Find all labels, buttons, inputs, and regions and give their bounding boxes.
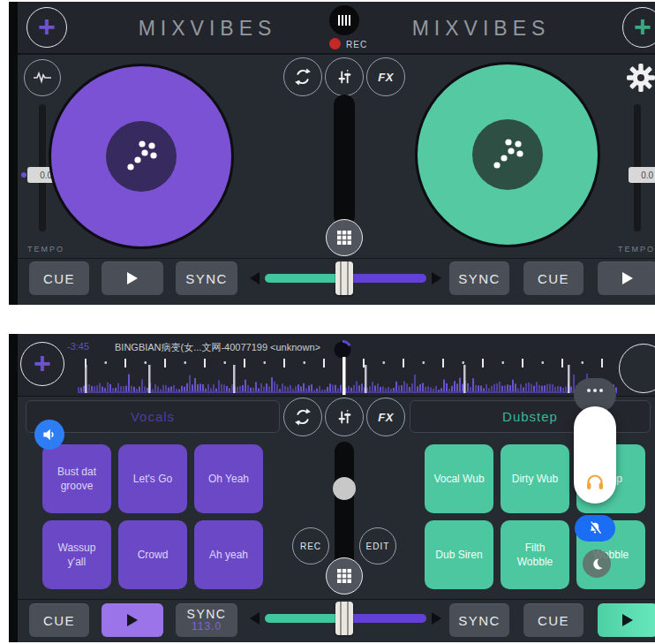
mixer-button[interactable] (325, 57, 364, 96)
night-mode-button[interactable] (583, 549, 611, 578)
grid-icon (337, 569, 351, 583)
loop-icon (291, 405, 314, 428)
load-track-button[interactable]: + (20, 342, 64, 386)
fader-handle[interactable] (333, 477, 356, 500)
settings-button[interactable] (627, 64, 655, 95)
vibrate-mode-button[interactable] (575, 515, 615, 542)
tempo-value-right: 0.0 % (629, 167, 655, 183)
sync-label: SYNC (187, 608, 227, 621)
tempo-thumb-left[interactable] (21, 172, 26, 178)
faders-icon (335, 407, 354, 427)
crossfader-arrow-right (432, 612, 441, 625)
deck-panel: + MIXVIBES REC MIXVIBES + 0.0 % TEMPO (9, 2, 655, 305)
grid-icon (337, 231, 351, 245)
cue-button-left[interactable]: CUE (29, 603, 89, 637)
cue-button-right[interactable]: CUE (523, 603, 583, 637)
crossfader-arrow-left (250, 272, 260, 284)
headphones-icon (584, 472, 606, 491)
play-button-right[interactable] (598, 261, 655, 295)
speaker-icon (41, 426, 58, 443)
gear-icon (627, 64, 655, 92)
jog-hub-right (472, 119, 543, 190)
system-volume-button[interactable] (34, 420, 64, 450)
sampler-panel: + -3:45 BINGBIAN病变(女...文网-40077199 <unkn… (9, 334, 655, 642)
sample-rec-button[interactable]: REC (292, 527, 329, 564)
time-remaining: -3:45 (67, 341, 89, 352)
volume-overlay-slider[interactable] (574, 406, 616, 504)
track-title: BINGBIAN病变(女...文网-40077199 <unknown> (115, 341, 320, 354)
app-logo-right: MIXVIBES (375, 17, 587, 41)
moon-icon (590, 557, 605, 572)
rec-label: REC (300, 542, 321, 551)
dj-app-screen: + MIXVIBES REC MIXVIBES + 0.0 % TEMPO (0, 0, 655, 644)
sync-button-left[interactable]: SYNC 113.0 (176, 603, 237, 637)
loop-button[interactable] (283, 398, 322, 436)
waveform-icon (32, 67, 53, 88)
sample-pad[interactable]: Wassup y'all (42, 520, 111, 589)
load-track-left-button[interactable]: + (26, 7, 67, 48)
fx-button[interactable]: FX (366, 57, 405, 96)
crossfader-arrow-left (250, 612, 260, 625)
waveform-view-button[interactable] (24, 59, 61, 96)
sample-pad[interactable]: Dub Siren (425, 520, 493, 589)
tempo-label-left: TEMPO (27, 245, 64, 254)
sample-pad[interactable]: Ah yeah (194, 520, 263, 589)
sample-pad[interactable]: Oh Yeah (194, 444, 263, 513)
pad-mode-button[interactable] (326, 219, 363, 256)
divider (9, 599, 655, 600)
play-icon (126, 271, 139, 285)
sample-pad[interactable]: Let's Go (118, 444, 187, 513)
fx-label: FX (378, 411, 394, 424)
play-icon (621, 613, 634, 627)
crossdj-dots-logo (483, 130, 532, 179)
crossdj-dots-logo (117, 132, 166, 181)
plus-icon: + (634, 11, 651, 42)
sample-pad[interactable]: Dirty Wub (501, 444, 569, 513)
sync-button-right[interactable]: SYNC (449, 261, 509, 295)
play-button-left[interactable] (102, 261, 163, 295)
mic-level-icon[interactable] (329, 5, 359, 35)
sampler-volume-fader[interactable] (335, 442, 354, 576)
pad-mode-button[interactable] (326, 557, 363, 595)
loop-icon (291, 65, 314, 88)
left-letterbox (9, 2, 18, 305)
faders-icon (335, 67, 354, 87)
tempo-label-right: TEMPO (618, 245, 655, 254)
fx-button[interactable]: FX (366, 398, 405, 436)
sample-edit-button[interactable]: EDIT (359, 527, 396, 564)
channel-fader[interactable] (334, 95, 355, 226)
sample-pad[interactable]: Vocal Wub (425, 444, 493, 513)
loop-button[interactable] (283, 57, 322, 96)
crossfader-arrow-right (432, 272, 441, 284)
record-button[interactable] (329, 38, 341, 49)
jog-wheel-right[interactable] (415, 62, 600, 247)
jog-wheel-left[interactable] (49, 64, 234, 249)
crossfader-handle[interactable] (335, 602, 353, 635)
sample-pad[interactable]: Bust dat groove (42, 444, 111, 513)
sample-pad[interactable]: Crowd (118, 520, 187, 589)
mixer-button[interactable] (325, 398, 364, 436)
sample-pad[interactable]: Filth Wobble (501, 520, 569, 589)
sync-button-left[interactable]: SYNC (176, 261, 237, 295)
play-button-left[interactable] (102, 603, 163, 637)
cue-button-left[interactable]: CUE (29, 261, 89, 295)
plus-icon: + (34, 348, 51, 378)
fx-label: FX (378, 71, 394, 84)
cue-button-right[interactable]: CUE (523, 261, 583, 295)
play-icon (126, 613, 139, 627)
ellipsis-icon (587, 389, 603, 392)
bell-slash-icon (587, 520, 603, 536)
app-logo-left: MIXVIBES (102, 17, 313, 41)
sync-button-right[interactable]: SYNC (449, 603, 509, 637)
track-waveform-scrubber[interactable] (78, 357, 655, 395)
left-letterbox (9, 334, 18, 642)
jog-hub-left (106, 121, 177, 192)
sync-bpm: 113.0 (192, 621, 222, 633)
play-button-right[interactable] (598, 603, 655, 637)
sample-bank-left[interactable]: Vocals (26, 400, 280, 433)
edit-label: EDIT (366, 542, 390, 551)
play-icon (621, 271, 634, 285)
crossfader-handle[interactable] (335, 261, 353, 295)
plus-icon: + (38, 11, 56, 42)
divider (9, 258, 655, 259)
